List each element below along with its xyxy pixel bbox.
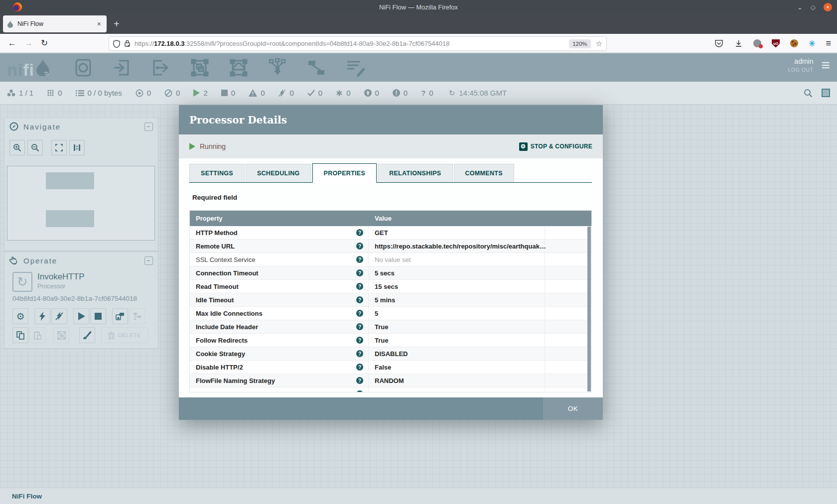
property-row[interactable]: SSL Context Service?No value set xyxy=(190,253,591,266)
disable-button[interactable] xyxy=(51,308,67,324)
back-button[interactable]: ← xyxy=(8,38,16,48)
property-value[interactable]: True xyxy=(369,334,545,347)
logout-link[interactable]: LOG OUT xyxy=(788,67,814,73)
new-tab-button[interactable]: + xyxy=(114,18,120,30)
tab-comments[interactable]: COMMENTS xyxy=(454,164,514,182)
property-row[interactable]: Idle Timeout?5 mins xyxy=(190,293,591,307)
property-value[interactable]: True xyxy=(369,320,545,333)
property-value[interactable]: GET xyxy=(369,226,545,239)
enable-button[interactable] xyxy=(34,308,50,324)
property-help-icon[interactable]: ? xyxy=(356,296,363,303)
start-button[interactable] xyxy=(73,308,89,324)
property-help-icon[interactable]: ? xyxy=(356,256,363,263)
window-minimize-button[interactable]: ⌄ xyxy=(797,4,803,10)
property-value[interactable]: 15 secs xyxy=(369,280,545,293)
property-value[interactable]: No value set xyxy=(369,253,545,266)
property-value[interactable]: DISABLED xyxy=(369,347,545,360)
zoom-in-button[interactable] xyxy=(9,140,25,155)
stop-button[interactable] xyxy=(90,308,106,324)
drag-input-port-icon[interactable] xyxy=(111,57,133,79)
property-help-icon[interactable]: ? xyxy=(356,390,363,392)
reload-button[interactable]: ↻ xyxy=(41,38,48,48)
property-row[interactable]: Disable HTTP/2?False xyxy=(190,361,591,374)
zoom-actual-size-button[interactable] xyxy=(69,140,85,155)
extension-asterisk-icon[interactable]: ✳ xyxy=(809,39,815,48)
stop-and-configure-button[interactable]: ⚙ STOP & CONFIGURE xyxy=(519,142,592,151)
color-button[interactable] xyxy=(79,327,95,343)
property-help-icon[interactable]: ? xyxy=(356,364,363,371)
property-value[interactable]: 5 xyxy=(369,307,545,320)
tab-scheduling[interactable]: SCHEDULING xyxy=(246,164,311,182)
drag-label-icon[interactable] xyxy=(344,57,366,79)
property-value[interactable]: RANDOM xyxy=(369,374,545,387)
birdseye-minimap[interactable] xyxy=(7,166,155,241)
property-value[interactable]: False xyxy=(369,361,545,374)
drag-output-port-icon[interactable] xyxy=(150,57,172,79)
shield-icon[interactable] xyxy=(113,40,120,48)
property-row[interactable]: FlowFile Naming Strategy?RANDOM xyxy=(190,374,591,387)
operate-collapse-button[interactable]: − xyxy=(144,256,153,265)
property-help-icon[interactable]: ? xyxy=(356,337,363,344)
copy-button[interactable] xyxy=(12,327,28,343)
zoom-fit-button[interactable] xyxy=(51,140,67,155)
property-row[interactable]: Remote URL?https://repo.stackable.tech/r… xyxy=(190,240,591,253)
forward-button[interactable]: → xyxy=(24,38,33,48)
property-row[interactable]: Max Idle Connections?5 xyxy=(190,307,591,320)
container-extension-icon[interactable] xyxy=(753,39,761,47)
tab-settings[interactable]: SETTINGS xyxy=(189,164,245,182)
drag-remote-process-group-icon[interactable] xyxy=(228,57,250,79)
property-row[interactable]: Attributes to Send?No value set xyxy=(190,387,591,392)
tab-relationships[interactable]: RELATIONSHIPS xyxy=(378,164,452,182)
window-close-button[interactable]: × xyxy=(824,3,832,11)
delete-button[interactable]: DELETE xyxy=(101,327,148,343)
property-row[interactable]: Cookie Strategy?DISABLED xyxy=(190,347,591,361)
pocket-icon[interactable] xyxy=(714,39,723,48)
url-bar[interactable]: https://172.18.0.3:32558/nifi/?processGr… xyxy=(109,36,607,51)
window-maximize-button[interactable]: ◇ xyxy=(811,4,816,10)
save-template-button[interactable] xyxy=(112,308,128,324)
drag-processor-icon[interactable] xyxy=(72,57,94,79)
downloads-icon[interactable] xyxy=(734,39,743,48)
zoom-out-button[interactable] xyxy=(27,140,43,155)
search-icon[interactable] xyxy=(804,89,813,98)
property-value[interactable]: https://repo.stackable.tech/repository/m… xyxy=(369,240,545,252)
property-help-icon[interactable]: ? xyxy=(356,229,363,236)
breadcrumb[interactable]: NiFi Flow xyxy=(12,493,42,500)
property-help-icon[interactable]: ? xyxy=(356,243,363,250)
zoom-level-badge[interactable]: 120% xyxy=(569,39,590,48)
ok-button[interactable]: OK xyxy=(543,397,603,420)
property-row[interactable]: HTTP Method?GET xyxy=(190,226,591,240)
configure-button[interactable]: ⚙ xyxy=(12,308,28,324)
property-row[interactable]: Connection Timeout?5 secs xyxy=(190,266,591,280)
property-value[interactable]: No value set xyxy=(369,387,545,392)
property-help-icon[interactable]: ? xyxy=(356,350,363,357)
drag-process-group-icon[interactable] xyxy=(189,57,211,79)
panel-toggle-icon[interactable] xyxy=(822,89,830,97)
refresh-icon[interactable]: ↻ xyxy=(449,89,455,98)
tab-nifi-flow[interactable]: NiFi Flow × xyxy=(3,15,107,32)
property-row[interactable]: Include Date Header?True xyxy=(190,320,591,334)
tab-close-icon[interactable]: × xyxy=(96,20,103,28)
property-help-icon[interactable]: ? xyxy=(356,269,363,276)
lock-icon[interactable] xyxy=(124,40,131,47)
ublock-extension-icon[interactable]: uO xyxy=(772,39,780,48)
property-value[interactable]: 5 secs xyxy=(369,266,545,279)
drag-template-icon[interactable] xyxy=(305,57,327,79)
cookie-extension-icon[interactable] xyxy=(790,39,798,47)
property-row[interactable]: Follow Redirects?True xyxy=(190,334,591,347)
property-help-icon[interactable]: ? xyxy=(356,283,363,290)
property-help-icon[interactable]: ? xyxy=(356,377,363,384)
property-help-icon[interactable]: ? xyxy=(356,310,363,317)
global-menu-icon[interactable]: ≡ xyxy=(821,59,830,71)
browser-menu-icon[interactable]: ≡ xyxy=(826,38,831,49)
property-row[interactable]: Read Timeout?15 secs xyxy=(190,280,591,293)
navigate-collapse-button[interactable]: − xyxy=(144,123,153,131)
paste-button[interactable] xyxy=(29,327,45,343)
group-button[interactable] xyxy=(53,327,69,343)
change-version-button[interactable] xyxy=(129,308,145,324)
bookmark-star-icon[interactable]: ☆ xyxy=(596,39,602,48)
property-help-icon[interactable]: ? xyxy=(356,323,363,330)
tab-properties[interactable]: PROPERTIES xyxy=(312,163,377,183)
property-value[interactable]: 5 mins xyxy=(369,293,545,306)
table-scrollbar[interactable] xyxy=(587,227,591,391)
